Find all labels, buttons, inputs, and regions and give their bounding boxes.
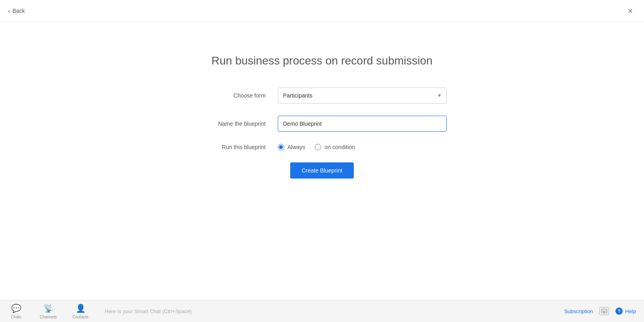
svg-rect-1 xyxy=(602,310,603,311)
radio-condition-item[interactable]: on condition xyxy=(315,144,355,150)
nav-item-channels[interactable]: 📡 Channels xyxy=(32,300,64,322)
radio-group: Always on condition xyxy=(278,144,447,150)
form-container: Choose form Participants ▼ Name the blue… xyxy=(197,87,447,179)
nav-contacts-label: Contacts xyxy=(72,315,88,319)
nav-item-chats[interactable]: 💬 Chats xyxy=(0,300,32,322)
name-blueprint-label: Name the blueprint xyxy=(197,120,278,127)
channels-icon: 📡 xyxy=(43,303,54,313)
choose-form-select[interactable]: Participants xyxy=(278,87,447,104)
smart-chat-bar: Here is your Smart Chat (Ctrl+Space) xyxy=(97,308,564,314)
page-title: Run business process on record submissio… xyxy=(211,54,432,67)
bottom-bar: 💬 Chats 📡 Channels 👤 Contacts Here is yo… xyxy=(0,300,644,322)
name-blueprint-control xyxy=(278,116,447,132)
svg-rect-3 xyxy=(605,310,606,311)
close-button[interactable]: × xyxy=(625,5,636,17)
svg-rect-5 xyxy=(603,311,605,312)
chats-icon: 💬 xyxy=(11,303,21,313)
radio-condition-input[interactable] xyxy=(315,144,321,150)
bottom-right: Subscription ? Help xyxy=(564,307,644,315)
radio-always-input[interactable] xyxy=(278,144,284,150)
name-blueprint-row: Name the blueprint xyxy=(197,116,447,132)
create-btn-row: Create Blueprint xyxy=(197,162,447,179)
run-blueprint-control: Always on condition xyxy=(278,144,447,150)
svg-rect-4 xyxy=(602,311,603,312)
close-icon: × xyxy=(628,6,633,16)
keyboard-svg xyxy=(601,309,607,314)
choose-form-label: Choose form xyxy=(197,92,278,99)
name-blueprint-input[interactable] xyxy=(278,116,447,132)
top-bar: ‹ Back × xyxy=(0,0,644,22)
nav-channels-label: Channels xyxy=(40,315,57,319)
radio-always-item[interactable]: Always xyxy=(278,144,305,150)
create-blueprint-button[interactable]: Create Blueprint xyxy=(290,162,353,179)
svg-rect-7 xyxy=(603,312,605,313)
svg-rect-6 xyxy=(605,311,606,312)
choose-form-control: Participants ▼ xyxy=(278,87,447,104)
bottom-nav: 💬 Chats 📡 Channels 👤 Contacts xyxy=(0,300,97,322)
back-button[interactable]: ‹ Back xyxy=(8,8,25,14)
radio-condition-label: on condition xyxy=(324,144,355,150)
subscription-link[interactable]: Subscription xyxy=(564,308,593,314)
nav-chats-label: Chats xyxy=(11,315,21,319)
help-label: Help xyxy=(625,308,636,314)
run-blueprint-row: Run this blueprint Always on condition xyxy=(197,144,447,150)
back-arrow-icon: ‹ xyxy=(8,8,10,14)
radio-always-label: Always xyxy=(287,144,305,150)
contacts-icon: 👤 xyxy=(76,303,86,313)
main-content: Run business process on record submissio… xyxy=(0,22,644,300)
choose-form-select-wrapper: Participants ▼ xyxy=(278,87,447,104)
choose-form-row: Choose form Participants ▼ xyxy=(197,87,447,104)
help-button[interactable]: ? Help xyxy=(615,307,636,315)
help-circle-icon: ? xyxy=(615,307,623,315)
keyboard-icon[interactable] xyxy=(599,307,609,315)
back-label: Back xyxy=(12,8,25,14)
run-blueprint-label: Run this blueprint xyxy=(197,144,278,150)
svg-rect-2 xyxy=(604,310,605,311)
smart-chat-placeholder: Here is your Smart Chat (Ctrl+Space) xyxy=(105,308,192,314)
nav-item-contacts[interactable]: 👤 Contacts xyxy=(64,300,97,322)
